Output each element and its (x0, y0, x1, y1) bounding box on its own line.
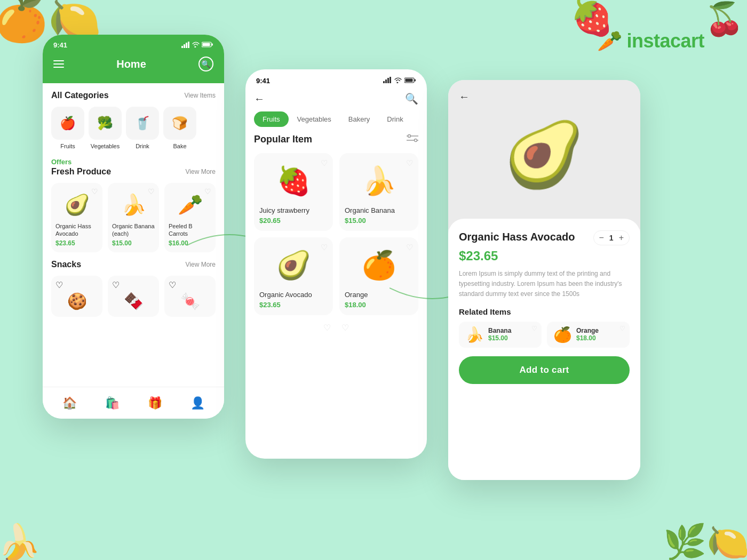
bg-fruit-top-right: 🍒 (704, 0, 744, 38)
snack-2[interactable]: ♡ 🍫 (108, 276, 159, 317)
product-avocado[interactable]: ♡ 🥑 Organic Hass Avocado $23.65 (51, 183, 102, 252)
category-bake-icon: 🍞 (163, 107, 196, 140)
view-more-link[interactable]: View More (186, 168, 216, 175)
offers-label: Offers (51, 158, 216, 166)
popular-title: Popular Item (254, 134, 312, 145)
snack-img-2: 🍫 (112, 290, 155, 313)
category-drink[interactable]: 🥤 Drink (126, 107, 159, 149)
orange-grid-price: $18.00 (345, 301, 413, 309)
banana-grid-price: $15.00 (345, 217, 413, 225)
banana-name: Organic Banana (each) (112, 222, 155, 238)
related-orange-info: Orange $18.00 (576, 327, 599, 342)
product-avocado-grid[interactable]: ♡ 🥑 Organic Avocado $23.65 (254, 237, 333, 315)
phone1-time: 9:41 (53, 41, 67, 49)
banana-price: $15.00 (112, 239, 155, 247)
category-fruits[interactable]: 🍎 Fruits (51, 107, 84, 149)
banana-grid-name: Organic Banana (345, 206, 413, 214)
stepper-plus-btn[interactable]: + (619, 233, 624, 243)
add-to-cart-button[interactable]: Add to cart (459, 356, 630, 384)
quantity-stepper[interactable]: − 1 + (593, 230, 630, 245)
home-nav-icon[interactable]: 🏠 (62, 396, 77, 410)
phone1-search-button[interactable]: 🔍 (198, 57, 213, 71)
snack-img-1: 🍪 (55, 290, 98, 313)
related-banana[interactable]: ♡ 🍌 Banana $15.00 (459, 322, 542, 348)
snack-heart-1[interactable]: ♡ (55, 281, 63, 290)
related-orange[interactable]: ♡ 🍊 Orange $18.00 (547, 322, 630, 348)
heart-banana-grid[interactable]: ♡ (406, 158, 413, 168)
all-categories-label: All Categories (51, 91, 109, 100)
products-grid: ♡ 🍓 Juicy strawberry $20.65 ♡ 🍌 Organic … (254, 153, 418, 315)
related-banana-heart[interactable]: ♡ (531, 325, 537, 332)
avocado-grid-name: Organic Avocado (259, 291, 328, 299)
phone1-status-bar: 9:41 (53, 35, 213, 53)
avocado-name: Organic Hass Avocado (55, 222, 98, 238)
phone1-header: 9:41 Home 🔍 (43, 35, 224, 83)
snack-1[interactable]: ♡ 🍪 (51, 276, 102, 317)
phone1-body: All Categories View Items 🍎 Fruits 🥦 Veg… (43, 83, 224, 385)
snack-heart-3[interactable]: ♡ (169, 281, 176, 290)
phone2-back-button[interactable]: ← (254, 93, 265, 105)
snack-heart-2[interactable]: ♡ (112, 281, 120, 290)
related-orange-heart[interactable]: ♡ (619, 325, 625, 332)
snacks-view-more[interactable]: View More (186, 261, 216, 268)
tab-fruits[interactable]: Fruits (254, 111, 289, 127)
product-detail-header: Organic Hass Avocado − 1 + (459, 230, 630, 245)
signal-icon (181, 42, 190, 49)
filter-icon[interactable] (407, 133, 418, 146)
bg-fruit-bottom-left: 🍌 (0, 522, 41, 560)
category-drink-label: Drink (136, 143, 149, 149)
phone1-bottom-nav: 🏠 🛍️ 🎁 👤 (43, 387, 224, 419)
svg-rect-3 (188, 42, 189, 48)
category-vegetables-label: Vegetables (91, 143, 120, 149)
stepper-minus-btn[interactable]: − (599, 233, 604, 243)
avocado-price: $23.65 (55, 239, 98, 247)
profile-nav-icon[interactable]: 👤 (190, 396, 205, 410)
product-carrots[interactable]: ♡ 🥕 Peeled B Carrots $16.00 (164, 183, 216, 252)
product-banana[interactable]: ♡ 🍌 Organic Banana (each) $15.00 (108, 183, 159, 252)
fresh-produce-header: Fresh Produce View More (51, 167, 216, 177)
gift-nav-icon[interactable]: 🎁 (148, 396, 162, 410)
tab-vegetables[interactable]: Vegetables (289, 111, 340, 127)
detail-description: Lorem Ipsum is simply dummy text of the … (459, 269, 630, 300)
svg-point-14 (408, 135, 411, 138)
svg-rect-10 (390, 77, 391, 83)
category-vegetables[interactable]: 🥦 Vegetables (89, 107, 122, 149)
related-banana-img: 🍌 (465, 326, 484, 343)
heart-icon-avocado[interactable]: ♡ (91, 187, 98, 196)
snack-3[interactable]: ♡ 🍬 (164, 276, 216, 317)
phone2-search-icon[interactable]: 🔍 (405, 92, 418, 105)
heart-avocado-grid[interactable]: ♡ (321, 243, 328, 252)
phone3-content: Organic Hass Avocado − 1 + $23.65 Lorem … (448, 219, 640, 480)
heart-strawberry[interactable]: ♡ (321, 158, 328, 168)
heart-orange-grid[interactable]: ♡ (406, 243, 413, 252)
view-items-link[interactable]: View Items (185, 92, 216, 99)
popular-header: Popular Item (254, 133, 418, 146)
scroll-dot-2: ♡ (341, 323, 349, 333)
avocado-grid-img: 🥑 (259, 244, 328, 286)
svg-rect-5 (203, 43, 210, 46)
menu-button[interactable] (53, 60, 64, 68)
tab-bakery[interactable]: Bakery (340, 111, 378, 127)
avocado-grid-price: $23.65 (259, 301, 328, 309)
phone3-back-button[interactable]: ← (459, 91, 470, 103)
cart-nav-icon[interactable]: 🛍️ (105, 396, 120, 410)
tab-drink[interactable]: Drink (378, 111, 411, 127)
related-banana-name: Banana (488, 327, 511, 334)
category-bake-label: Bake (173, 143, 186, 149)
logo-icon: 🥕 (597, 29, 622, 53)
category-bake[interactable]: 🍞 Bake (163, 107, 196, 149)
product-banana-grid[interactable]: ♡ 🍌 Organic Banana $15.00 (339, 153, 418, 231)
phone1-status-icons (181, 42, 213, 49)
heart-icon-banana[interactable]: ♡ (148, 187, 155, 196)
product-orange-grid[interactable]: ♡ 🍊 Orange $18.00 (339, 237, 418, 315)
phone2-category: 9:41 ← 🔍 Fruits Vegetables Bakery Drink … (245, 69, 427, 459)
product-strawberry[interactable]: ♡ 🍓 Juicy strawberry $20.65 (254, 153, 333, 231)
svg-rect-13 (415, 79, 416, 82)
category-fruits-label: Fruits (60, 143, 75, 149)
phone2-topbar: ← 🔍 (245, 90, 427, 111)
phone2-wifi-icon (394, 77, 402, 85)
snack-img-3: 🍬 (169, 290, 211, 313)
related-orange-name: Orange (576, 327, 599, 334)
related-items-row: ♡ 🍌 Banana $15.00 ♡ 🍊 Orange $18.00 (459, 322, 630, 348)
heart-icon-carrots[interactable]: ♡ (204, 187, 211, 196)
